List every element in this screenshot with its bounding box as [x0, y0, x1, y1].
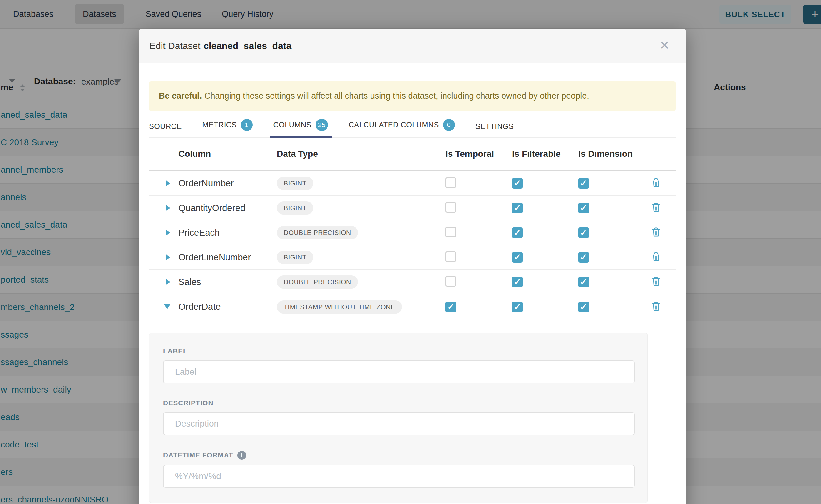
description-label-text: DESCRIPTION — [163, 399, 213, 407]
label-field-group: LABEL — [163, 347, 634, 383]
caret-right-icon — [166, 205, 170, 211]
is-filterable-checkbox[interactable] — [512, 277, 523, 287]
checkbox-cell — [446, 227, 512, 239]
data-type-pill: DOUBLE PRECISION — [277, 275, 358, 289]
expand-caret-icon[interactable] — [149, 230, 178, 236]
delete-column-button[interactable] — [636, 227, 676, 239]
is-temporal-checkbox[interactable] — [446, 202, 456, 213]
checkbox-cell — [512, 252, 578, 263]
data-type-pill: BIGINT — [277, 201, 313, 215]
checkbox-cell — [446, 202, 512, 214]
datetime-format-field-group: DATETIME FORMAT — [163, 451, 634, 488]
is-dimension-checkbox[interactable] — [578, 277, 589, 287]
is-filterable-checkbox[interactable] — [512, 252, 523, 263]
expanded-column-panel: LABELDESCRIPTIONDATETIME FORMAT — [149, 333, 648, 503]
modal-header: Edit Datasetcleaned_sales_data ✕ — [139, 29, 686, 63]
datetime-format-label-text: DATETIME FORMAT — [163, 451, 233, 459]
trash-icon — [651, 251, 661, 263]
trash-icon — [651, 227, 661, 239]
tab-settings[interactable]: SETTINGS — [476, 122, 514, 137]
is-temporal-checkbox[interactable] — [446, 227, 456, 237]
is-filterable-checkbox[interactable] — [512, 203, 523, 213]
expand-caret-icon[interactable] — [149, 205, 178, 211]
tab-metrics[interactable]: METRICS1 — [202, 119, 252, 137]
label-label-text: LABEL — [163, 347, 187, 355]
data-type-pill: TIMESTAMP WITHOUT TIME ZONE — [277, 300, 402, 314]
is-dimension-checkbox[interactable] — [578, 302, 589, 312]
modal-body: Be careful. Changing these settings will… — [139, 81, 686, 503]
expand-caret-icon[interactable] — [149, 180, 178, 186]
datetime-format-label: DATETIME FORMAT — [163, 451, 634, 460]
data-type-cell: BIGINT — [277, 251, 446, 264]
column-name: Sales — [178, 277, 277, 287]
datetime-format-input[interactable] — [163, 465, 635, 488]
tab-source[interactable]: SOURCE — [149, 122, 181, 137]
description-label: DESCRIPTION — [163, 399, 634, 407]
close-icon[interactable]: ✕ — [657, 39, 672, 52]
checkbox-cell — [446, 276, 512, 288]
is-filterable-checkbox[interactable] — [512, 178, 523, 189]
is-temporal-checkbox[interactable] — [446, 276, 456, 287]
expand-caret-icon[interactable] — [149, 254, 178, 260]
caret-right-icon — [166, 279, 170, 285]
checkbox-cell — [578, 277, 636, 287]
is-temporal-checkbox[interactable] — [446, 177, 456, 188]
checkbox-cell — [578, 178, 636, 189]
delete-column-button[interactable] — [636, 276, 676, 288]
modal-tabs: SOURCEMETRICS1COLUMNS25CALCULATED COLUMN… — [149, 119, 676, 138]
tab-label: COLUMNS — [273, 121, 311, 129]
tab-count-badge: 25 — [315, 119, 328, 131]
tab-columns[interactable]: COLUMNS25 — [273, 119, 328, 137]
column-name: OrderDate — [178, 302, 277, 312]
warning-text: Changing these settings will affect all … — [204, 91, 589, 101]
checkbox-cell — [578, 302, 636, 312]
screen: DatabasesDatasetsSaved QueriesQuery Hist… — [0, 0, 821, 504]
description-field-group: DESCRIPTION — [163, 399, 634, 435]
data-type-cell: BIGINT — [277, 177, 446, 190]
info-icon[interactable] — [237, 451, 246, 460]
expand-caret-icon[interactable] — [149, 279, 178, 285]
delete-column-button[interactable] — [636, 202, 676, 214]
column-row: QuantityOrderedBIGINT — [149, 196, 676, 220]
columns-table-header: Column Data Type Is Temporal Is Filterab… — [149, 138, 676, 171]
tab-label: SOURCE — [149, 122, 181, 131]
is-dimension-checkbox[interactable] — [578, 252, 589, 263]
is-dimension-checkbox[interactable] — [578, 203, 589, 213]
collapse-caret-icon[interactable] — [149, 304, 178, 309]
data-type-pill: BIGINT — [277, 251, 313, 264]
modal-dataset-name: cleaned_sales_data — [203, 41, 291, 51]
column-name: PriceEach — [178, 228, 277, 238]
caret-down-icon — [164, 304, 170, 309]
data-type-cell: DOUBLE PRECISION — [277, 275, 446, 289]
delete-column-button[interactable] — [636, 301, 676, 313]
delete-column-button[interactable] — [636, 251, 676, 263]
data-type-cell: DOUBLE PRECISION — [277, 226, 446, 239]
tab-label: CALCULATED COLUMNS — [349, 121, 439, 129]
is-dimension-checkbox[interactable] — [578, 178, 589, 189]
checkbox-cell — [512, 203, 578, 213]
checkbox-cell — [446, 177, 512, 189]
is-filterable-checkbox[interactable] — [512, 227, 523, 238]
is-temporal-checkbox[interactable] — [446, 251, 456, 262]
is-dimension-checkbox[interactable] — [578, 227, 589, 238]
is-temporal-checkbox[interactable] — [446, 302, 456, 312]
data-type-cell: BIGINT — [277, 201, 446, 215]
trash-icon — [651, 177, 661, 189]
description-input[interactable] — [163, 412, 635, 435]
is-filterable-checkbox[interactable] — [512, 302, 523, 312]
label-input[interactable] — [163, 360, 635, 383]
warning-banner: Be careful. Changing these settings will… — [149, 81, 676, 111]
column-row: OrderDateTIMESTAMP WITHOUT TIME ZONE — [149, 294, 676, 319]
trash-icon — [651, 276, 661, 288]
modal-title-prefix: Edit Dataset — [149, 41, 200, 51]
delete-column-button[interactable] — [636, 177, 676, 189]
label-label: LABEL — [163, 347, 634, 355]
is-dimension-header: Is Dimension — [578, 149, 636, 159]
trash-icon — [651, 301, 661, 313]
checkbox-cell — [512, 227, 578, 238]
column-row: OrderLineNumberBIGINT — [149, 245, 676, 270]
column-name: QuantityOrdered — [178, 203, 277, 213]
tab-calculated-columns[interactable]: CALCULATED COLUMNS0 — [349, 119, 455, 137]
trash-icon — [651, 202, 661, 214]
data-type-pill: BIGINT — [277, 177, 313, 190]
